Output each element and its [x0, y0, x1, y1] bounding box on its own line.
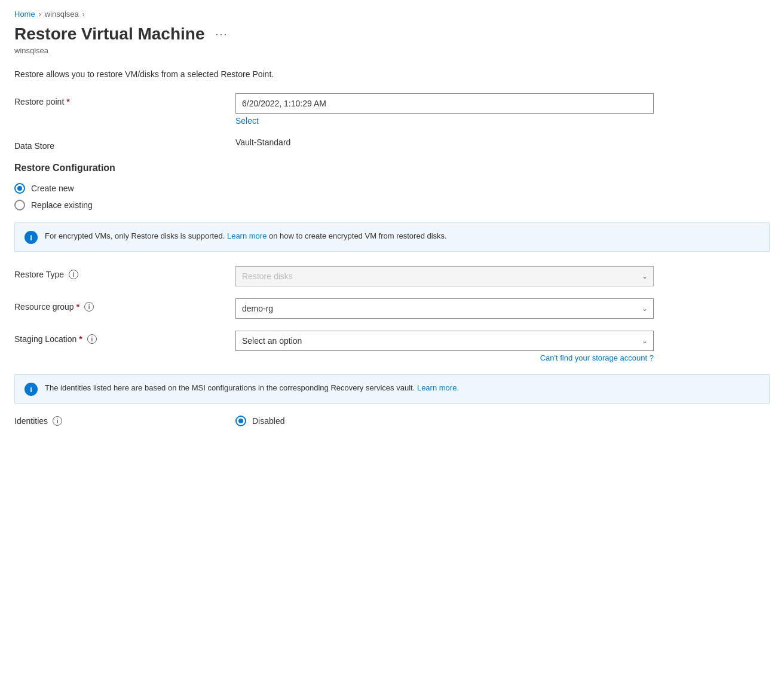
identities-banner-text: The identities listed here are based on … — [45, 382, 459, 394]
encrypted-banner-text: For encrypted VMs, only Restore disks is… — [45, 230, 447, 242]
staging-location-control: Select an option ⌄ Can't find your stora… — [235, 331, 654, 362]
storage-account-helper-link[interactable]: Can't find your storage account ? — [235, 353, 654, 362]
breadcrumb-home[interactable]: Home — [14, 10, 35, 19]
data-store-value: Vault-Standard — [235, 134, 290, 147]
resource-group-required: * — [76, 302, 79, 312]
staging-location-required: * — [79, 334, 82, 344]
breadcrumb: Home › winsqlsea › — [14, 10, 770, 19]
staging-location-select-wrapper: Select an option ⌄ — [235, 331, 654, 351]
resource-group-label: Resource group * i — [14, 298, 235, 312]
restore-point-select-link[interactable]: Select — [235, 116, 259, 126]
resource-group-select[interactable]: demo-rg — [235, 298, 654, 319]
radio-create-new-label: Create new — [31, 184, 74, 193]
restore-type-control: Restore disks ⌄ — [235, 266, 654, 286]
data-store-control: Vault-Standard — [235, 138, 654, 147]
restore-point-input[interactable] — [235, 93, 654, 114]
restore-point-control: Select — [235, 93, 654, 126]
staging-location-select[interactable]: Select an option — [235, 331, 654, 351]
staging-location-info-icon[interactable]: i — [87, 334, 97, 344]
identities-value: Disabled — [252, 416, 284, 426]
restore-type-label: Restore Type i — [14, 266, 235, 279]
breadcrumb-parent[interactable]: winsqlsea — [45, 10, 79, 19]
resource-group-row: Resource group * i demo-rg ⌄ — [14, 298, 770, 319]
resource-group-select-wrapper: demo-rg ⌄ — [235, 298, 654, 319]
identities-label: Identities i — [14, 416, 235, 426]
restore-point-required: * — [66, 97, 69, 106]
radio-replace-existing-circle — [14, 200, 25, 210]
identities-control: Disabled — [235, 416, 284, 426]
breadcrumb-sep1: › — [39, 10, 41, 19]
restore-config-radio-group: Create new Replace existing — [14, 183, 770, 210]
radio-create-new-circle — [14, 183, 25, 194]
resource-group-control: demo-rg ⌄ — [235, 298, 654, 319]
restore-type-info-icon[interactable]: i — [69, 270, 78, 279]
radio-create-new[interactable]: Create new — [14, 183, 770, 194]
encrypted-vms-banner: i For encrypted VMs, only Restore disks … — [14, 222, 770, 252]
page-menu-button[interactable]: ··· — [212, 26, 231, 43]
radio-replace-existing-label: Replace existing — [31, 200, 93, 210]
identities-banner-icon: i — [24, 383, 38, 396]
identities-banner-link[interactable]: Learn more. — [417, 383, 459, 392]
page-subtitle: winsqlsea — [14, 46, 770, 55]
staging-location-row: Staging Location * i Select an option ⌄ … — [14, 331, 770, 362]
resource-group-info-icon[interactable]: i — [84, 302, 94, 312]
restore-point-label: Restore point * — [14, 93, 235, 106]
identities-info-icon[interactable]: i — [53, 416, 62, 426]
page-description: Restore allows you to restore VM/disks f… — [14, 69, 770, 79]
restore-config-heading: Restore Configuration — [14, 163, 770, 173]
identities-row: Identities i Disabled — [14, 416, 770, 426]
restore-type-row: Restore Type i Restore disks ⌄ — [14, 266, 770, 286]
radio-replace-existing[interactable]: Replace existing — [14, 200, 770, 210]
data-store-row: Data Store Vault-Standard — [14, 138, 770, 151]
encrypted-banner-icon: i — [24, 231, 38, 244]
restore-point-row: Restore point * Select — [14, 93, 770, 126]
restore-type-select[interactable]: Restore disks — [235, 266, 654, 286]
page-title: Restore Virtual Machine — [14, 25, 204, 44]
identities-disabled-radio[interactable] — [235, 416, 246, 426]
data-store-label: Data Store — [14, 138, 235, 151]
restore-type-select-wrapper: Restore disks ⌄ — [235, 266, 654, 286]
page-header: Restore Virtual Machine ··· — [14, 25, 770, 44]
encrypted-banner-link[interactable]: Learn more — [227, 231, 267, 240]
breadcrumb-sep2: › — [82, 10, 85, 19]
staging-location-label: Staging Location * i — [14, 331, 235, 344]
identities-banner: i The identities listed here are based o… — [14, 374, 770, 404]
